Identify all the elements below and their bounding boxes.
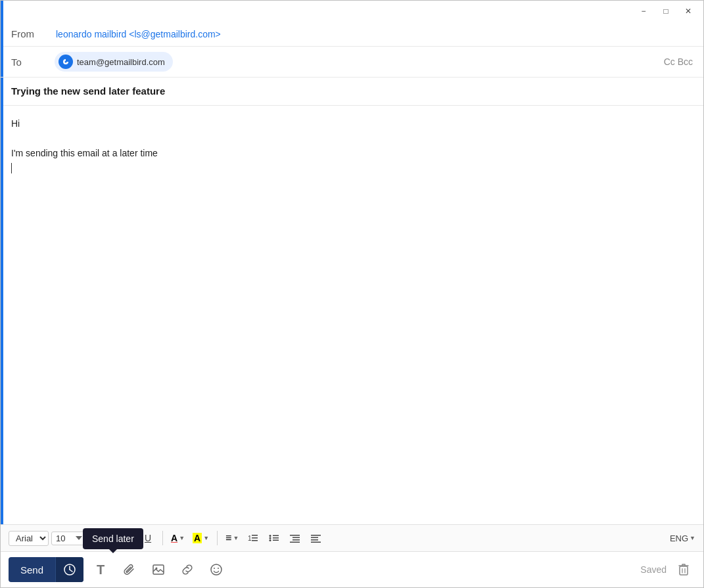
delete-button[interactable]	[672, 558, 695, 581]
compose-window: − □ ✕ From leonardo mailbird <ls@getmail…	[0, 0, 704, 588]
paperclip-icon	[123, 563, 136, 576]
svg-line-22	[70, 570, 72, 572]
svg-rect-3	[252, 535, 258, 536]
indent-button[interactable]	[286, 529, 304, 547]
language-label: ENG	[670, 533, 688, 543]
font-family-select[interactable]: Arial	[9, 531, 49, 546]
body-line3: I'm sending this email at a later time	[11, 146, 693, 160]
svg-point-25	[211, 564, 222, 575]
svg-rect-9	[273, 535, 279, 537]
svg-point-1	[65, 61, 67, 63]
ordered-list-icon: 1.	[248, 533, 258, 543]
send-label: Send	[9, 558, 55, 582]
body-line1: Hi	[11, 116, 693, 131]
image-icon	[152, 563, 165, 576]
trash-icon	[677, 562, 690, 577]
subject-row[interactable]: Trying the new send later feature	[1, 78, 703, 106]
svg-point-27	[218, 568, 219, 569]
recipient-email: team@getmailbird.com	[77, 57, 165, 67]
to-label: To	[11, 57, 51, 68]
send-button[interactable]: Send	[9, 557, 83, 582]
italic-button[interactable]: I	[118, 529, 136, 547]
unordered-list-icon	[269, 533, 279, 543]
body-cursor-line	[11, 160, 693, 175]
from-label: From	[11, 28, 51, 39]
formatting-toolbar: Arial 10 B I U A ▼ A ▼ ≡ ▼ 1.	[1, 524, 703, 551]
separator-3	[217, 531, 218, 545]
separator-1	[91, 531, 91, 545]
svg-point-8	[270, 539, 271, 541]
svg-rect-10	[273, 537, 279, 539]
ordered-list-button[interactable]: 1.	[244, 529, 262, 547]
from-row: From leonardo mailbird <ls@getmailbird.c…	[1, 22, 703, 47]
highlight-arrow: ▼	[203, 535, 209, 541]
svg-rect-11	[273, 540, 279, 541]
svg-point-6	[270, 535, 271, 537]
align-arrow: ▼	[233, 535, 239, 541]
font-color-arrow: ▼	[179, 535, 185, 541]
mailbird-icon	[60, 57, 71, 67]
indent-icon	[290, 533, 300, 543]
svg-rect-17	[311, 537, 318, 539]
email-body[interactable]: Hi I'm sending this email at a later tim…	[1, 106, 703, 524]
highlight-button[interactable]: A ▼	[190, 531, 212, 545]
svg-rect-13	[293, 537, 300, 539]
svg-rect-14	[293, 539, 300, 541]
minimize-button[interactable]: −	[634, 5, 653, 18]
format-text-icon: T	[97, 562, 105, 577]
subject-text: Trying the new send later feature	[11, 85, 165, 97]
recipient-icon	[59, 55, 73, 69]
image-button[interactable]	[147, 558, 170, 581]
format-text-button[interactable]: T	[89, 558, 112, 581]
to-row: To team@getmailbird.com Cc Bcc	[1, 47, 703, 78]
svg-rect-19	[311, 542, 321, 543]
window-controls: − □ ✕	[634, 5, 698, 18]
text-cursor	[11, 163, 12, 173]
separator-2	[162, 531, 163, 545]
svg-rect-4	[252, 537, 258, 539]
svg-rect-12	[290, 535, 300, 536]
svg-rect-18	[311, 539, 318, 541]
emoji-icon	[210, 563, 223, 576]
language-selector[interactable]: ENG ▼	[670, 533, 695, 543]
font-color-icon: A	[171, 533, 177, 543]
bold-button[interactable]: B	[97, 529, 115, 547]
outdent-button[interactable]	[307, 529, 325, 547]
clock-icon	[64, 564, 76, 576]
highlight-icon: A	[193, 533, 202, 543]
body-line2	[11, 131, 693, 145]
send-clock-button[interactable]	[55, 557, 83, 582]
to-chip[interactable]: team@getmailbird.com	[55, 52, 173, 72]
font-color-button[interactable]: A ▼	[168, 531, 187, 545]
link-button[interactable]	[176, 558, 199, 581]
language-arrow: ▼	[690, 535, 695, 541]
from-value[interactable]: leonardo mailbird <ls@getmailbird.com>	[56, 29, 221, 39]
font-size-select[interactable]: 10	[51, 531, 85, 545]
align-icon: ≡	[225, 532, 231, 544]
svg-rect-28	[680, 566, 688, 575]
saved-label: Saved	[640, 564, 667, 575]
cc-bcc-button[interactable]: Cc Bcc	[664, 57, 693, 67]
attach-button[interactable]	[118, 558, 141, 581]
maximize-button[interactable]: □	[656, 5, 676, 18]
close-button[interactable]: ✕	[678, 5, 698, 18]
emoji-button[interactable]	[204, 558, 228, 581]
action-bar: Send later Send T	[1, 551, 703, 587]
title-bar: − □ ✕	[1, 1, 703, 22]
svg-rect-15	[290, 542, 300, 543]
outdent-icon	[311, 533, 321, 543]
svg-rect-5	[252, 540, 258, 541]
underline-button[interactable]: U	[139, 529, 157, 547]
link-icon	[181, 563, 194, 576]
unordered-list-button[interactable]	[265, 529, 283, 547]
align-button[interactable]: ≡ ▼	[223, 531, 241, 545]
svg-point-7	[270, 537, 271, 539]
svg-rect-16	[311, 535, 321, 536]
svg-point-26	[214, 568, 215, 569]
